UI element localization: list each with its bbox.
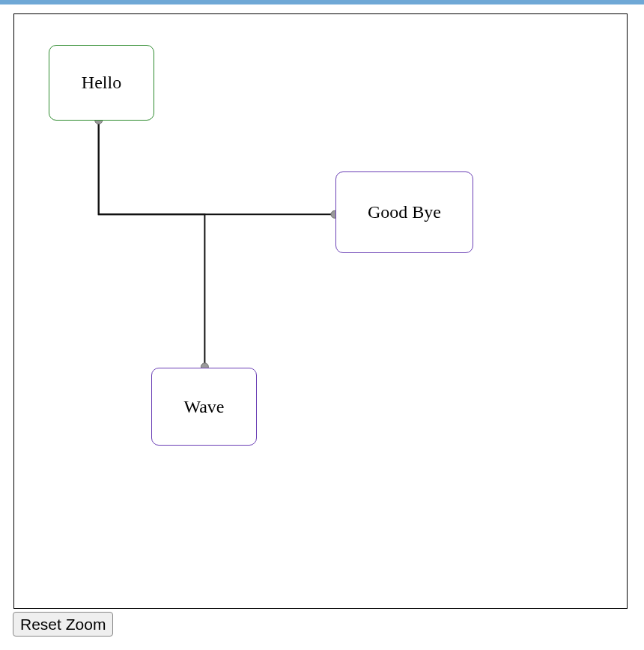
node-wave[interactable]: Wave xyxy=(151,368,257,446)
diagram-canvas[interactable]: Hello Good Bye Wave xyxy=(14,14,627,608)
node-hello[interactable]: Hello xyxy=(49,45,154,121)
reset-zoom-button[interactable]: Reset Zoom xyxy=(13,612,113,637)
node-goodbye-label: Good Bye xyxy=(368,202,441,222)
edge-hello-to-wave xyxy=(99,121,205,367)
node-hello-label: Hello xyxy=(82,73,121,93)
edge-hello-to-goodbye xyxy=(99,121,335,215)
node-goodbye[interactable]: Good Bye xyxy=(335,171,473,253)
diagram-canvas-frame[interactable]: Hello Good Bye Wave xyxy=(13,13,628,609)
node-wave-label: Wave xyxy=(183,397,224,417)
top-accent-bar xyxy=(0,0,644,4)
diagram-page: Hello Good Bye Wave Reset Zoom xyxy=(0,0,644,650)
